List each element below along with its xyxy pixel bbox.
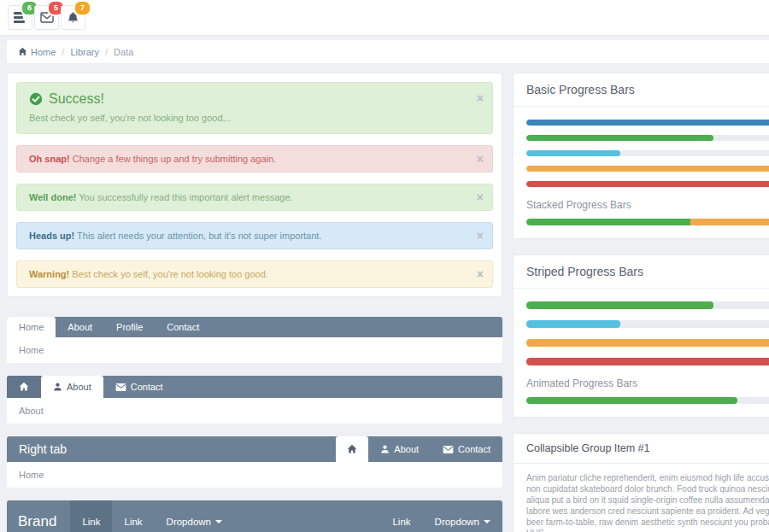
notifications-badge: 7 <box>73 0 91 16</box>
tab-about[interactable]: About <box>56 317 104 337</box>
breadcrumb-home-label: Home <box>31 47 56 57</box>
page: 6 5 7 Home / Library / Data <box>0 0 769 532</box>
panel-title: Basic Progress Bars <box>514 73 769 107</box>
caret-down-icon <box>215 520 222 523</box>
notifications-button[interactable]: 7 <box>61 5 85 30</box>
user-icon <box>380 444 390 454</box>
progress-track <box>526 301 769 309</box>
alert-bold: Well done! <box>29 192 76 202</box>
striped-bar-success <box>526 301 713 309</box>
right-column: Basic Progress Bars Stacked Progress Bar… <box>513 73 769 532</box>
user-icon <box>53 382 62 392</box>
envelope-icon <box>115 383 126 392</box>
breadcrumb-library-link[interactable]: Library <box>70 47 99 57</box>
home-icon <box>347 444 357 454</box>
progress-track <box>526 166 769 172</box>
progress-track <box>526 120 769 126</box>
striped-bar-danger <box>526 358 769 365</box>
nav-right-link[interactable]: Link <box>380 500 422 532</box>
tasks-button[interactable]: 6 <box>8 5 32 30</box>
top-header-bar: 6 5 7 <box>0 0 769 36</box>
alert-success-large: Success! Best check yo self, you're not … <box>16 82 493 134</box>
home-icon <box>18 47 27 56</box>
progress-bar-info <box>526 150 620 156</box>
alert-text: You successfully read this important ale… <box>76 192 292 202</box>
collapsible-item-1: Collapsible Group Item #1 Anim pariatur … <box>513 433 769 532</box>
progress-bar-danger <box>526 181 769 187</box>
tab-about[interactable]: About <box>41 376 103 398</box>
tab-home-icon[interactable] <box>7 376 41 398</box>
right-tab-header: Right tab About Conta <box>7 436 502 462</box>
collapsible-header-1[interactable]: Collapsible Group Item #1 <box>514 434 769 463</box>
close-icon[interactable]: × <box>477 268 484 280</box>
tab-home-icon[interactable] <box>336 436 368 462</box>
stacked-progress-track <box>526 219 769 225</box>
home-icon <box>19 382 29 392</box>
right-tab-title: Right tab <box>7 436 79 462</box>
nav-link-1[interactable]: Link <box>70 500 112 532</box>
breadcrumb-separator: / <box>105 47 108 57</box>
tab-contact[interactable]: Contact <box>103 376 175 398</box>
alert-danger: Oh snap! Change a few things up and try … <box>16 145 493 172</box>
envelope-icon <box>443 445 454 454</box>
breadcrumb: Home / Library / Data <box>7 40 769 63</box>
progress-track <box>526 181 769 187</box>
striped-bar-info <box>526 320 620 328</box>
alert-bold: Heads up! <box>29 231 74 241</box>
navbar-right: Link Dropdown <box>380 500 502 532</box>
nav-dropdown-label: Dropdown <box>435 517 479 527</box>
stacked-bar-success <box>526 219 690 225</box>
alert-text: Change a few things up and try submittin… <box>70 154 277 164</box>
tab-label: Contact <box>131 382 163 392</box>
spacer <box>79 436 336 462</box>
nav-link-2[interactable]: Link <box>112 500 154 532</box>
breadcrumb-separator: / <box>62 47 64 57</box>
close-icon[interactable]: × <box>477 153 484 165</box>
tab-label: About <box>67 382 91 392</box>
close-icon[interactable]: × <box>477 191 484 203</box>
tab-contact[interactable]: Contact <box>155 317 211 337</box>
tab-bar: About Contact <box>7 376 502 398</box>
progress-track <box>526 150 769 156</box>
animated-progress-track <box>526 397 769 404</box>
tab-label: Contact <box>458 444 490 454</box>
caret-down-icon <box>484 520 490 523</box>
tabs-panel-icons: About Contact About <box>7 376 502 424</box>
tabs-panel-basic: Home About Profile Contact Home <box>7 317 502 363</box>
close-icon[interactable]: × <box>477 92 484 104</box>
nav-dropdown-label: Dropdown <box>167 517 211 527</box>
nav-dropdown[interactable]: Dropdown <box>155 500 234 532</box>
alert-success-heading: Success! <box>29 91 467 107</box>
progress-track <box>526 339 769 347</box>
basic-progress-panel: Basic Progress Bars Stacked Progress Bar… <box>513 73 769 239</box>
stacked-bar-warning <box>690 219 769 225</box>
alert-bold: Oh snap! <box>29 154 70 164</box>
left-column: Success! Best check yo self, you're not … <box>7 73 502 532</box>
tab-home[interactable]: Home <box>7 317 56 337</box>
panel-body: Stacked Progress Bars <box>514 107 769 238</box>
navbar-brand[interactable]: Brand <box>7 500 70 532</box>
tab-about[interactable]: About <box>368 436 431 462</box>
alert-title: Success! <box>49 91 104 107</box>
nav-right-dropdown[interactable]: Dropdown <box>423 500 502 532</box>
panel-title: Striped Progress Bars <box>514 255 769 289</box>
alert-text: Best check yo self, you're not looking t… <box>69 269 268 279</box>
breadcrumb-current: Data <box>114 47 133 57</box>
tab-bar: Home About Profile Contact <box>7 317 502 337</box>
breadcrumb-home-link[interactable]: Home <box>18 47 56 57</box>
tab-content: About <box>7 398 502 424</box>
close-icon[interactable]: × <box>477 230 484 242</box>
progress-bar-primary <box>526 120 769 126</box>
check-circle-icon <box>29 92 43 106</box>
messages-button[interactable]: 5 <box>34 5 59 30</box>
progress-track <box>526 135 769 141</box>
progress-bar-warning <box>526 166 769 172</box>
tab-content: Home <box>7 337 502 363</box>
right-tab-panel: Right tab About Conta <box>7 436 502 488</box>
navbar: Brand Link Link Dropdown Link Dropdown <box>7 500 502 532</box>
alert-body: Best check yo self, you're not looking t… <box>29 113 467 123</box>
tab-profile[interactable]: Profile <box>104 317 155 337</box>
tab-contact[interactable]: Contact <box>431 436 502 462</box>
stacked-progress-label: Stacked Progress Bars <box>526 199 769 211</box>
collapsible-body-1: Anim pariatur cliche reprehenderit, enim… <box>514 463 769 532</box>
